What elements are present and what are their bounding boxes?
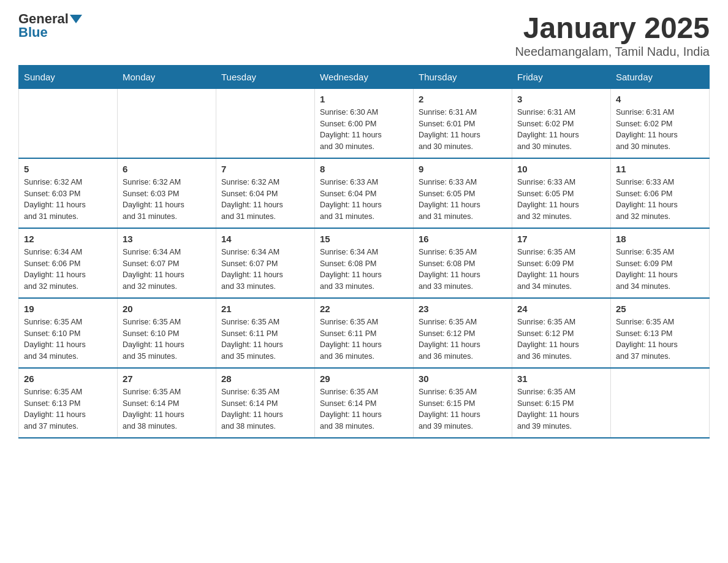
- day-info: Sunrise: 6:35 AM Sunset: 6:11 PM Dayligh…: [320, 316, 408, 362]
- calendar-cell: 14Sunrise: 6:34 AM Sunset: 6:07 PM Dayli…: [216, 228, 315, 298]
- day-number: 19: [24, 304, 112, 314]
- calendar-cell: 10Sunrise: 6:33 AM Sunset: 6:05 PM Dayli…: [512, 158, 611, 228]
- calendar-cell: 15Sunrise: 6:34 AM Sunset: 6:08 PM Dayli…: [315, 228, 414, 298]
- logo-general-text: General: [18, 12, 69, 26]
- calendar-cell: 17Sunrise: 6:35 AM Sunset: 6:09 PM Dayli…: [512, 228, 611, 298]
- day-info: Sunrise: 6:35 AM Sunset: 6:15 PM Dayligh…: [517, 386, 605, 432]
- day-number: 4: [616, 94, 704, 104]
- calendar-week-5: 26Sunrise: 6:35 AM Sunset: 6:13 PM Dayli…: [19, 368, 710, 438]
- calendar-cell: 4Sunrise: 6:31 AM Sunset: 6:02 PM Daylig…: [611, 88, 710, 158]
- day-info: Sunrise: 6:35 AM Sunset: 6:10 PM Dayligh…: [123, 316, 211, 362]
- day-info: Sunrise: 6:32 AM Sunset: 6:03 PM Dayligh…: [24, 177, 112, 223]
- calendar-cell: 31Sunrise: 6:35 AM Sunset: 6:15 PM Dayli…: [512, 368, 611, 438]
- day-number: 13: [123, 234, 211, 244]
- day-info: Sunrise: 6:35 AM Sunset: 6:14 PM Dayligh…: [320, 386, 408, 432]
- calendar-cell: 27Sunrise: 6:35 AM Sunset: 6:14 PM Dayli…: [118, 368, 216, 438]
- day-info: Sunrise: 6:35 AM Sunset: 6:10 PM Dayligh…: [24, 316, 112, 362]
- calendar-cell: 26Sunrise: 6:35 AM Sunset: 6:13 PM Dayli…: [19, 368, 118, 438]
- calendar-cell: 29Sunrise: 6:35 AM Sunset: 6:14 PM Dayli…: [315, 368, 414, 438]
- calendar-cell: 18Sunrise: 6:35 AM Sunset: 6:09 PM Dayli…: [611, 228, 710, 298]
- day-number: 21: [221, 304, 309, 314]
- calendar-cell: 1Sunrise: 6:30 AM Sunset: 6:00 PM Daylig…: [315, 88, 414, 158]
- day-number: 17: [517, 234, 605, 244]
- day-number: 16: [419, 234, 507, 244]
- day-number: 23: [419, 304, 507, 314]
- day-number: 28: [221, 373, 309, 384]
- calendar-cell: 24Sunrise: 6:35 AM Sunset: 6:12 PM Dayli…: [512, 298, 611, 368]
- calendar-cell: 23Sunrise: 6:35 AM Sunset: 6:12 PM Dayli…: [414, 298, 512, 368]
- calendar-cell: 25Sunrise: 6:35 AM Sunset: 6:13 PM Dayli…: [611, 298, 710, 368]
- day-info: Sunrise: 6:34 AM Sunset: 6:06 PM Dayligh…: [24, 247, 112, 293]
- weekday-header-tuesday: Tuesday: [216, 65, 315, 88]
- calendar-cell: [118, 88, 216, 158]
- calendar-cell: 21Sunrise: 6:35 AM Sunset: 6:11 PM Dayli…: [216, 298, 315, 368]
- day-number: 12: [24, 234, 112, 244]
- day-number: 24: [517, 304, 605, 314]
- day-number: 2: [419, 94, 507, 104]
- day-info: Sunrise: 6:32 AM Sunset: 6:04 PM Dayligh…: [221, 177, 309, 223]
- day-number: 15: [320, 234, 408, 244]
- day-number: 3: [517, 94, 605, 104]
- day-number: 14: [221, 234, 309, 244]
- calendar-cell: 6Sunrise: 6:32 AM Sunset: 6:03 PM Daylig…: [118, 158, 216, 228]
- page-header: General Blue January 2025 Needamangalam,…: [18, 12, 710, 59]
- calendar-cell: 30Sunrise: 6:35 AM Sunset: 6:15 PM Dayli…: [414, 368, 512, 438]
- day-number: 20: [123, 304, 211, 314]
- weekday-header-thursday: Thursday: [414, 65, 512, 88]
- calendar-cell: 3Sunrise: 6:31 AM Sunset: 6:02 PM Daylig…: [512, 88, 611, 158]
- day-number: 7: [221, 164, 309, 174]
- weekday-header-monday: Monday: [118, 65, 216, 88]
- day-info: Sunrise: 6:33 AM Sunset: 6:05 PM Dayligh…: [517, 177, 605, 223]
- day-info: Sunrise: 6:31 AM Sunset: 6:02 PM Dayligh…: [616, 107, 704, 153]
- day-info: Sunrise: 6:35 AM Sunset: 6:13 PM Dayligh…: [24, 386, 112, 432]
- day-info: Sunrise: 6:34 AM Sunset: 6:08 PM Dayligh…: [320, 247, 408, 293]
- calendar-table: SundayMondayTuesdayWednesdayThursdayFrid…: [18, 65, 710, 439]
- logo-blue-text: Blue: [18, 26, 48, 39]
- logo-triangle-icon: [70, 15, 82, 23]
- day-number: 30: [419, 373, 507, 384]
- day-info: Sunrise: 6:31 AM Sunset: 6:02 PM Dayligh…: [517, 107, 605, 153]
- day-info: Sunrise: 6:30 AM Sunset: 6:00 PM Dayligh…: [320, 107, 408, 153]
- calendar-cell: 19Sunrise: 6:35 AM Sunset: 6:10 PM Dayli…: [19, 298, 118, 368]
- calendar-cell: 16Sunrise: 6:35 AM Sunset: 6:08 PM Dayli…: [414, 228, 512, 298]
- day-info: Sunrise: 6:35 AM Sunset: 6:11 PM Dayligh…: [221, 316, 309, 362]
- day-info: Sunrise: 6:35 AM Sunset: 6:12 PM Dayligh…: [517, 316, 605, 362]
- calendar-cell: 12Sunrise: 6:34 AM Sunset: 6:06 PM Dayli…: [19, 228, 118, 298]
- day-number: 5: [24, 164, 112, 174]
- day-info: Sunrise: 6:32 AM Sunset: 6:03 PM Dayligh…: [123, 177, 211, 223]
- calendar-cell: 22Sunrise: 6:35 AM Sunset: 6:11 PM Dayli…: [315, 298, 414, 368]
- calendar-cell: 7Sunrise: 6:32 AM Sunset: 6:04 PM Daylig…: [216, 158, 315, 228]
- day-info: Sunrise: 6:34 AM Sunset: 6:07 PM Dayligh…: [221, 247, 309, 293]
- day-number: 29: [320, 373, 408, 384]
- day-info: Sunrise: 6:33 AM Sunset: 6:06 PM Dayligh…: [616, 177, 704, 223]
- day-number: 27: [123, 373, 211, 384]
- weekday-header-saturday: Saturday: [611, 65, 710, 88]
- day-number: 31: [517, 373, 605, 384]
- day-info: Sunrise: 6:35 AM Sunset: 6:14 PM Dayligh…: [221, 386, 309, 432]
- day-number: 11: [616, 164, 704, 174]
- day-info: Sunrise: 6:35 AM Sunset: 6:09 PM Dayligh…: [517, 247, 605, 293]
- calendar-cell: 13Sunrise: 6:34 AM Sunset: 6:07 PM Dayli…: [118, 228, 216, 298]
- calendar-cell: 11Sunrise: 6:33 AM Sunset: 6:06 PM Dayli…: [611, 158, 710, 228]
- day-number: 26: [24, 373, 112, 384]
- day-info: Sunrise: 6:34 AM Sunset: 6:07 PM Dayligh…: [123, 247, 211, 293]
- calendar-cell: 28Sunrise: 6:35 AM Sunset: 6:14 PM Dayli…: [216, 368, 315, 438]
- calendar-title: January 2025: [515, 12, 710, 45]
- calendar-cell: 20Sunrise: 6:35 AM Sunset: 6:10 PM Dayli…: [118, 298, 216, 368]
- day-number: 8: [320, 164, 408, 174]
- calendar-cell: [19, 88, 118, 158]
- day-number: 6: [123, 164, 211, 174]
- day-number: 22: [320, 304, 408, 314]
- title-block: January 2025 Needamangalam, Tamil Nadu, …: [515, 12, 710, 59]
- calendar-cell: 8Sunrise: 6:33 AM Sunset: 6:04 PM Daylig…: [315, 158, 414, 228]
- day-info: Sunrise: 6:33 AM Sunset: 6:04 PM Dayligh…: [320, 177, 408, 223]
- day-number: 10: [517, 164, 605, 174]
- day-number: 25: [616, 304, 704, 314]
- logo: General Blue: [18, 12, 82, 39]
- calendar-week-2: 5Sunrise: 6:32 AM Sunset: 6:03 PM Daylig…: [19, 158, 710, 228]
- day-info: Sunrise: 6:35 AM Sunset: 6:08 PM Dayligh…: [419, 247, 507, 293]
- day-info: Sunrise: 6:31 AM Sunset: 6:01 PM Dayligh…: [419, 107, 507, 153]
- calendar-week-4: 19Sunrise: 6:35 AM Sunset: 6:10 PM Dayli…: [19, 298, 710, 368]
- day-info: Sunrise: 6:35 AM Sunset: 6:14 PM Dayligh…: [123, 386, 211, 432]
- calendar-cell: 5Sunrise: 6:32 AM Sunset: 6:03 PM Daylig…: [19, 158, 118, 228]
